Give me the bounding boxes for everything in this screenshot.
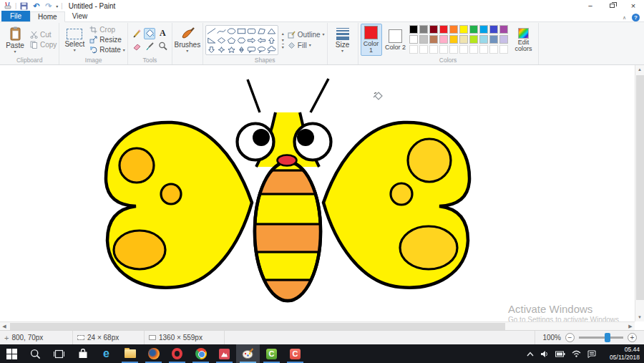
palette-swatch[interactable] [499, 35, 508, 44]
tab-view[interactable]: View [65, 11, 95, 21]
up-arrow-shape[interactable] [267, 36, 277, 45]
action-center-icon[interactable] [587, 350, 596, 358]
taskbar-item-firefox[interactable] [142, 344, 165, 363]
taskbar-item-paint[interactable] [236, 344, 260, 363]
brushes-button[interactable]: Brushes ▾ [175, 26, 200, 54]
taskbar-item-opera[interactable] [165, 344, 189, 363]
restore-button[interactable] [601, 0, 623, 11]
color1-button[interactable]: Color 1 [361, 24, 382, 56]
pentagon-shape[interactable] [227, 36, 237, 45]
select-button[interactable]: Select ▾ [62, 27, 87, 53]
oval-callout-shape[interactable] [257, 45, 267, 54]
palette-swatch-empty[interactable] [489, 45, 498, 54]
minimize-button[interactable]: − [580, 0, 601, 11]
cut-button[interactable]: Cut [30, 31, 57, 39]
left-arrow-shape[interactable] [257, 36, 267, 45]
clock[interactable]: 05.44 05/11/2018 [602, 346, 640, 361]
pencil-tool-button[interactable] [131, 28, 142, 39]
down-arrow-shape[interactable] [207, 45, 217, 54]
color2-button[interactable]: Color 2 [385, 28, 406, 52]
volume-icon[interactable] [540, 350, 549, 358]
palette-swatch[interactable] [429, 25, 438, 34]
edit-colors-button[interactable]: Edit colors [512, 28, 536, 52]
battery-icon[interactable] [555, 351, 565, 357]
zoom-slider-thumb[interactable] [605, 333, 610, 342]
taskbar-item-task-view[interactable] [47, 344, 71, 363]
shape-fill-button[interactable]: Fill ▾ [288, 42, 325, 49]
fill-tool-button[interactable] [144, 28, 155, 39]
scroll-up-icon[interactable]: ▲ [635, 65, 644, 74]
palette-swatch[interactable] [469, 25, 478, 34]
resize-button[interactable]: Resize [89, 36, 125, 44]
zoom-slider[interactable] [579, 337, 623, 339]
palette-swatch[interactable] [409, 25, 418, 34]
copy-button[interactable]: Copy [30, 41, 57, 49]
triangle-shape[interactable] [267, 26, 277, 36]
scroll-down-icon[interactable]: ▼ [635, 313, 644, 321]
palette-swatch[interactable] [489, 35, 498, 44]
scroll-left-icon[interactable]: ◀ [0, 322, 9, 331]
palette-swatch[interactable] [479, 25, 488, 34]
vertical-scrollbar[interactable]: ▲ ▼ [635, 65, 644, 321]
taskbar-item-search[interactable] [24, 344, 47, 363]
palette-swatch[interactable] [449, 25, 458, 34]
shape-outline-button[interactable]: Outline ▾ [288, 31, 325, 39]
palette-swatch[interactable] [489, 25, 498, 34]
collapse-ribbon-icon[interactable]: ∧ [623, 15, 626, 21]
paste-button[interactable]: Paste ▾ [2, 25, 28, 54]
redo-button[interactable]: ↷ [44, 1, 53, 10]
polygon-shape[interactable] [257, 26, 267, 36]
rounded-rectangle-shape[interactable] [247, 26, 257, 36]
palette-swatch-empty[interactable] [459, 45, 468, 54]
palette-swatch[interactable] [479, 35, 488, 44]
text-tool-button[interactable]: A [157, 28, 168, 39]
taskbar-item-camtasia[interactable]: C [260, 344, 283, 363]
palette-swatch[interactable] [459, 35, 468, 44]
taskbar-item-start[interactable] [0, 344, 24, 363]
palette-swatch-empty[interactable] [469, 45, 478, 54]
taskbar-item-edge[interactable]: e [94, 344, 118, 363]
close-button[interactable]: × [623, 0, 644, 11]
palette-swatch[interactable] [429, 35, 438, 44]
palette-swatch[interactable] [419, 35, 428, 44]
undo-button[interactable]: ↶ [31, 1, 41, 10]
palette-swatch-empty[interactable] [439, 45, 448, 54]
scroll-right-icon[interactable]: ▶ [626, 322, 635, 331]
rotate-button[interactable]: Rotate ▾ [89, 46, 125, 54]
taskbar-item-file-explorer[interactable] [118, 344, 142, 363]
taskbar-item-chrome[interactable] [189, 344, 213, 363]
wifi-icon[interactable] [572, 350, 581, 357]
palette-swatch-empty[interactable] [409, 45, 418, 54]
save-button[interactable] [19, 1, 29, 10]
palette-swatch-empty[interactable] [499, 45, 508, 54]
taskbar-item-camtasia-recorder[interactable]: C [283, 344, 307, 363]
cloud-callout-shape[interactable] [267, 45, 277, 54]
size-button[interactable]: Size ▾ [330, 26, 356, 54]
tab-file[interactable]: File [1, 11, 30, 21]
palette-swatch[interactable] [419, 25, 428, 34]
eraser-tool-button[interactable] [131, 41, 142, 52]
hidden-icons-chevron[interactable] [527, 352, 534, 357]
palette-swatch[interactable] [439, 25, 448, 34]
shapes-more-icon[interactable]: ▾ [282, 44, 284, 49]
rectangle-shape[interactable] [237, 26, 247, 36]
palette-swatch-empty[interactable] [429, 45, 438, 54]
help-icon[interactable]: ? [632, 14, 640, 21]
line-shape[interactable] [207, 26, 217, 36]
palette-swatch[interactable] [499, 25, 508, 34]
palette-swatch[interactable] [469, 35, 478, 44]
six-point-star-shape[interactable] [237, 45, 247, 54]
qat-customize-button[interactable]: ▾ [56, 4, 58, 9]
palette-swatch-empty[interactable] [419, 45, 428, 54]
palette-swatch[interactable] [449, 35, 458, 44]
curve-shape[interactable] [217, 26, 227, 36]
palette-swatch-empty[interactable] [449, 45, 458, 54]
four-point-star-shape[interactable] [217, 45, 227, 54]
palette-swatch[interactable] [459, 25, 468, 34]
palette-swatch[interactable] [439, 35, 448, 44]
horizontal-scroll-thumb[interactable] [10, 323, 505, 330]
rounded-callout-shape[interactable] [247, 45, 257, 54]
zoom-out-button[interactable]: − [565, 333, 575, 342]
taskbar-item-store[interactable] [71, 344, 94, 363]
right-arrow-shape[interactable] [247, 36, 257, 45]
